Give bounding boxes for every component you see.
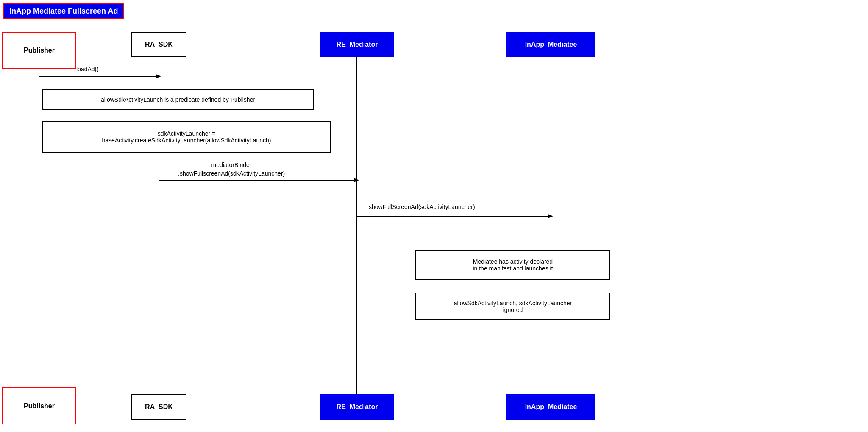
svg-marker-9 <box>548 214 553 218</box>
diagram-title: InApp Mediatee Fullscreen Ad <box>3 3 124 19</box>
svg-overlay <box>0 0 868 432</box>
note-predicate: allowSdkActivityLaunch is a predicate de… <box>42 89 314 110</box>
svg-marker-5 <box>156 74 161 78</box>
actor-publisher-top: Publisher <box>2 32 76 69</box>
note-mediatee-activity: Mediatee has activity declared in the ma… <box>415 250 610 280</box>
actor-inapp-mediatee-bottom: InApp_Mediatee <box>506 394 595 420</box>
svg-marker-7 <box>354 178 359 182</box>
actor-re-mediator-top: RE_Mediator <box>320 32 394 57</box>
actor-re-mediator-bottom: RE_Mediator <box>320 394 394 420</box>
arrow-label-loadad: loadAd() <box>76 66 99 72</box>
actor-ra-sdk-top: RA_SDK <box>131 32 186 57</box>
actor-ra-sdk-bottom: RA_SDK <box>131 394 186 420</box>
diagram-container: InApp Mediatee Fullscreen Ad Publisher R… <box>0 0 868 432</box>
arrow-label-mediator-binder: mediatorBinder .showFullscreenAd(sdkActi… <box>178 161 285 178</box>
note-ignored: allowSdkActivityLaunch, sdkActivityLaunc… <box>415 293 610 320</box>
arrow-label-show-fullscreen: showFullScreenAd(sdkActivityLauncher) <box>369 203 475 210</box>
actor-publisher-bottom: Publisher <box>2 387 76 424</box>
actor-inapp-mediatee-top: InApp_Mediatee <box>506 32 595 57</box>
note-sdk-activity-launcher: sdkActivityLauncher = baseActivity.creat… <box>42 121 331 153</box>
